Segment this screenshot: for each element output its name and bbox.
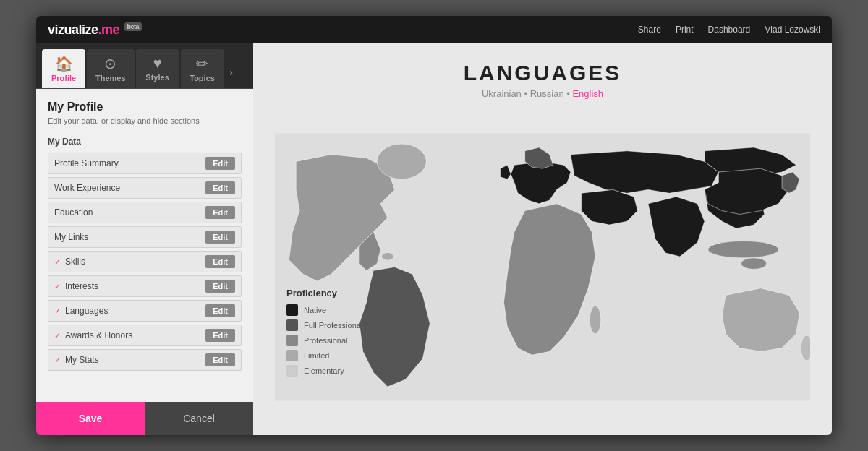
sidebar-subtitle: Edit your data, or display and hide sect… [48,116,242,125]
edit-profile-summary-button[interactable]: Edit [205,157,235,170]
elementary-label: Elementary [304,366,344,375]
top-nav: Share Print Dashboard Vlad Lozowski [638,25,820,35]
languages-section: LANGUAGES Ukrainian • Russian • English [253,43,832,435]
interests-check-icon: ✓ [54,282,61,291]
topics-icon: ✏ [196,55,208,72]
tab-arrow: › [226,49,237,88]
svg-point-1 [377,144,426,179]
lang-ukrainian: Ukrainian [482,88,522,99]
tab-profile-label: Profile [51,74,76,82]
world-map-container: Proficiency Native Full Professional Pro… [275,111,810,424]
skills-label: ✓ Skills [54,257,85,267]
themes-icon: ⊙ [104,55,116,72]
professional-label: Professional [304,336,348,345]
beta-badge: beta [124,22,142,31]
sidebar-body: My Profile Edit your data, or display an… [36,89,253,402]
main-panel: LANGUAGES Ukrainian • Russian • English [253,43,832,435]
full-professional-label: Full Professional [304,321,362,330]
app-window: vizualize.me beta Share Print Dashboard … [36,16,832,435]
edit-my-links-button[interactable]: Edit [205,231,235,244]
interests-label: ✓ Interests [54,281,98,291]
save-button[interactable]: Save [36,402,145,435]
top-bar: vizualize.me beta Share Print Dashboard … [36,16,832,43]
row-skills: ✓ Skills Edit [48,251,242,272]
lang-english: English [572,88,603,99]
tab-themes-label: Themes [95,74,126,82]
native-label: Native [304,306,326,314]
edit-skills-button[interactable]: Edit [205,255,235,268]
row-awards: ✓ Awards & Honors Edit [48,325,242,346]
svg-point-5 [708,241,778,257]
proficiency-title: Proficiency [286,288,362,298]
profile-icon: 🏠 [55,55,73,72]
legend-native: Native [286,304,362,316]
tab-styles-label: Styles [145,73,169,82]
row-my-stats: ✓ My Stats Edit [48,349,242,371]
full-professional-swatch [286,319,298,331]
svg-point-4 [590,306,601,334]
languages-check-icon: ✓ [54,306,61,316]
legend-full-professional: Full Professional [286,319,362,331]
edit-my-stats-button[interactable]: Edit [205,353,235,366]
edit-languages-button[interactable]: Edit [205,304,235,317]
my-stats-label: ✓ My Stats [54,355,99,365]
my-links-label: My Links [54,232,88,242]
languages-label: ✓ Languages [54,306,108,316]
row-profile-summary: Profile Summary Edit [48,153,242,174]
tab-profile[interactable]: 🏠 Profile [42,49,85,88]
tab-themes[interactable]: ⊙ Themes [87,49,135,88]
education-label: Education [54,207,93,218]
legend-limited: Limited [286,350,362,361]
edit-interests-button[interactable]: Edit [205,280,235,293]
logo-me: .me [98,22,120,37]
edit-awards-button[interactable]: Edit [205,329,235,342]
professional-swatch [286,335,298,346]
row-my-links: My Links Edit [48,226,242,248]
profile-summary-label: Profile Summary [54,158,119,168]
sidebar-title: My Profile [48,100,242,113]
awards-label: ✓ Awards & Honors [54,330,132,340]
legend-elementary: Elementary [286,365,362,377]
share-link[interactable]: Share [638,25,661,35]
sidebar: 🏠 Profile ⊙ Themes ♥ Styles ✏ Topics › [36,43,253,435]
languages-subtitle: Ukrainian • Russian • English [482,88,603,99]
row-education: Education Edit [48,202,242,223]
lang-dot1: • [524,88,529,99]
svg-point-6 [741,258,767,270]
row-work-experience: Work Experience Edit [48,177,242,199]
dashboard-link[interactable]: Dashboard [708,25,751,35]
legend-professional: Professional [286,335,362,346]
cancel-button[interactable]: Cancel [145,402,253,435]
limited-label: Limited [304,351,329,360]
skills-check-icon: ✓ [54,257,61,267]
lang-russian: Russian [530,88,564,99]
logo-text: vizualize.me beta [48,22,142,38]
my-stats-check-icon: ✓ [54,356,61,365]
proficiency-legend: Proficiency Native Full Professional Pro… [286,288,362,380]
edit-education-button[interactable]: Edit [205,206,235,219]
row-interests: ✓ Interests Edit [48,275,242,297]
edit-work-experience-button[interactable]: Edit [205,181,235,194]
languages-title: LANGUAGES [464,61,622,85]
main-content: 🏠 Profile ⊙ Themes ♥ Styles ✏ Topics › [36,43,832,435]
logo: vizualize.me beta [48,22,142,38]
svg-point-2 [382,253,393,260]
tab-styles[interactable]: ♥ Styles [136,49,179,88]
section-label: My Data [48,137,242,147]
limited-swatch [286,350,298,361]
print-link[interactable]: Print [676,25,694,35]
sidebar-footer: Save Cancel [36,402,253,435]
native-swatch [286,304,298,316]
tab-topics[interactable]: ✏ Topics [181,49,224,88]
elementary-swatch [286,365,298,377]
awards-check-icon: ✓ [54,331,61,340]
row-languages: ✓ Languages Edit [48,300,242,322]
work-experience-label: Work Experience [54,183,120,193]
styles-icon: ♥ [153,55,162,72]
tab-topics-label: Topics [190,74,215,82]
user-name[interactable]: Vlad Lozowski [765,25,820,35]
sidebar-tabs: 🏠 Profile ⊙ Themes ♥ Styles ✏ Topics › [36,43,253,89]
